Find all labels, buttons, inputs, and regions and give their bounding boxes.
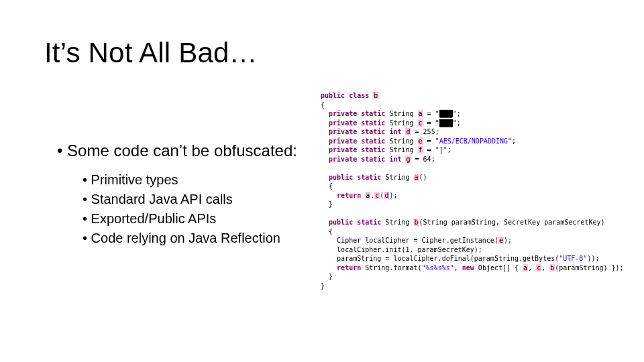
code-text: localCipher.init(1, paramSecretKey); [337, 246, 482, 253]
code-kw: static [357, 174, 381, 181]
code-string: "AES/ECB/NOPADDING" [435, 137, 512, 145]
code-type: String [389, 110, 413, 117]
code-text: = 64; [415, 156, 435, 163]
code-kw: public [321, 92, 345, 99]
code-type: String [385, 219, 409, 226]
brace: { [321, 101, 325, 109]
code-text: ); [389, 192, 397, 199]
code-text: = [427, 137, 435, 145]
code-kw: return [337, 192, 361, 199]
code-type: String [385, 174, 409, 181]
code-string: "UTF-8" [559, 255, 587, 262]
code-kw: private [329, 156, 357, 163]
code-text: paramString = localCipher.doFinal(paramS… [337, 255, 559, 262]
code-kw: new [462, 264, 474, 272]
obfuscated-token: d [405, 128, 411, 135]
code-text: = 255; [415, 128, 439, 135]
obfuscated-token: b [373, 92, 378, 99]
code-text: "; [453, 119, 461, 127]
code-text: ); [504, 237, 512, 244]
sub-bullet: Standard Java API calls [83, 190, 305, 209]
code-text: Cipher localCipher = Cipher.getInstance( [337, 237, 498, 244]
code-kw: public [329, 174, 353, 181]
code-type: Object [478, 264, 502, 272]
obfuscated-token: e [418, 137, 423, 145]
code-kw: int [389, 128, 401, 135]
obfuscated-token: a [523, 264, 528, 272]
code-text: , [454, 264, 462, 272]
code-text: )); [587, 255, 599, 262]
code-kw: private [329, 137, 357, 145]
code-string: "%s%s%s" [422, 264, 454, 272]
brace: } [329, 200, 333, 208]
code-text: = [427, 146, 435, 154]
code-text: ; [512, 137, 516, 145]
code-kw: private [329, 110, 357, 117]
code-kw: int [389, 156, 401, 163]
slide-title: It’s Not All Bad… [44, 37, 258, 69]
brace: } [329, 273, 333, 280]
code-kw: static [361, 110, 385, 117]
code-type: String [389, 137, 413, 145]
code-sample: public class b { private static String a… [321, 91, 636, 290]
sub-bullet: Code relying on Java Reflection [83, 229, 305, 248]
code-kw: static [361, 146, 385, 154]
code-kw: static [361, 156, 385, 163]
code-text: "; [453, 110, 461, 117]
redacted-text: ███ [439, 119, 453, 127]
obfuscated-token: c [536, 264, 541, 272]
code-text: String.format( [365, 264, 421, 272]
code-text: = " [427, 110, 439, 117]
obfuscated-token: f [418, 146, 423, 154]
code-text: () [419, 174, 427, 181]
code-text: (String paramString, SecretKey paramSecr… [419, 219, 605, 226]
brace: { [329, 182, 333, 190]
redacted-text: ███ [439, 110, 453, 117]
sub-bullet: Primitive types [83, 170, 305, 190]
code-type: String [389, 146, 413, 154]
lead-bullet: Some code can’t be obfuscated: [57, 141, 305, 161]
code-text: [] { [502, 264, 523, 272]
obfuscated-token: a [414, 174, 419, 181]
code-kw: static [361, 128, 385, 135]
code-type: String [389, 119, 413, 127]
code-kw: public [329, 219, 353, 226]
obfuscated-token: b [414, 219, 419, 226]
code-kw: private [329, 128, 357, 135]
code-kw: private [329, 119, 357, 127]
obfuscated-token: a [418, 110, 423, 117]
sub-bullet-list: Primitive types Standard Java API calls … [57, 170, 305, 248]
body-column: Some code can’t be obfuscated: Primitive… [57, 141, 305, 248]
code-text: , [528, 264, 536, 272]
code-kw: static [357, 219, 381, 226]
sub-bullet: Exported/Public APIs [83, 209, 305, 229]
code-kw: return [337, 264, 361, 272]
code-kw: static [361, 119, 385, 127]
obfuscated-token: g [405, 156, 411, 163]
code-kw: static [361, 137, 385, 145]
code-text: }); [608, 264, 624, 272]
code-text: ; [447, 146, 451, 154]
code-string: "]" [435, 146, 447, 154]
code-kw: class [349, 92, 369, 99]
code-kw: private [329, 146, 357, 154]
obfuscated-token: c [418, 119, 423, 127]
brace: } [321, 282, 325, 290]
code-text: , [541, 264, 549, 272]
code-text: (paramString) [555, 264, 607, 272]
code-text: = " [427, 119, 439, 127]
brace: { [329, 228, 333, 235]
obfuscated-token: e [498, 237, 504, 244]
slide: It’s Not All Bad… Some code can’t be obf… [0, 0, 644, 362]
